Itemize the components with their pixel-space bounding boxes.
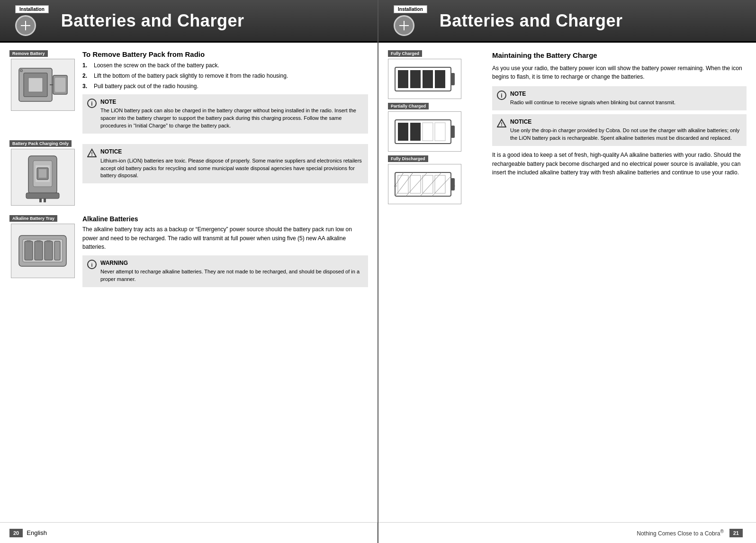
alkaline-body-text: The alkaline battery tray acts as a back… [82, 225, 368, 252]
svg-rect-40 [398, 123, 408, 141]
battery-pack-label: Battery Pack Charging Only [9, 140, 72, 147]
fully-charged-label: Fully Charged [388, 50, 422, 57]
remove-battery-note: i NOTE The LiON battery pack can also be… [82, 94, 368, 134]
note-icon-right: i [497, 90, 506, 101]
svg-rect-26 [54, 241, 60, 260]
page-title-right: Batteries and Charger [440, 11, 623, 31]
svg-text:!: ! [501, 121, 503, 127]
svg-text:–: – [394, 181, 397, 189]
svg-rect-36 [423, 70, 433, 88]
svg-rect-37 [435, 70, 445, 88]
page-number-right: 21 [729, 529, 743, 537]
svg-rect-39 [451, 126, 455, 138]
svg-rect-29 [46, 240, 51, 242]
svg-rect-43 [435, 123, 445, 141]
compass-icon-left [21, 21, 30, 30]
note-title: NOTE [100, 98, 363, 106]
svg-rect-15 [39, 169, 46, 178]
battery-charger-image [11, 149, 75, 206]
warning-box-alkaline: i WARNING Never attempt to recharge alka… [82, 255, 368, 287]
remove-battery-svg [14, 61, 71, 109]
svg-line-52 [420, 172, 441, 196]
note-icon-circle: i [87, 99, 97, 109]
notice-box-lithium: ! NOTICE Lithium-ion (LiON) batteries ar… [82, 144, 368, 183]
svg-rect-42 [423, 123, 433, 141]
note-text: The LiON battery pack can also be charge… [100, 107, 363, 130]
svg-rect-24 [35, 241, 43, 260]
svg-rect-34 [398, 70, 408, 88]
svg-rect-28 [36, 240, 41, 242]
svg-rect-41 [410, 123, 421, 141]
svg-rect-4 [55, 78, 65, 92]
page-number-left: 20 [9, 529, 23, 537]
svg-text:i: i [91, 100, 92, 107]
svg-rect-16 [26, 193, 59, 199]
body2-text: It is a good idea to keep a set of fresh… [492, 151, 747, 177]
compass-icon-right [399, 21, 409, 30]
svg-rect-27 [27, 240, 31, 242]
svg-rect-23 [25, 241, 33, 260]
note-title-right: NOTE [510, 90, 742, 98]
svg-rect-35 [410, 70, 421, 88]
partially-charged-block: Partially Charged [388, 103, 483, 152]
notice-triangle-icon-right: ! [497, 118, 506, 129]
alkaline-tray-label: Alkaline Battery Tray [9, 215, 57, 222]
footer-right-bar: Nothing Comes Close to a Cobra® 21 [378, 522, 756, 543]
note-text-right: Radio will continue to receive signals w… [510, 99, 742, 107]
fully-discharged-block: Fully Discharged [388, 155, 483, 204]
alkaline-tray-svg [14, 226, 71, 276]
warning-triangle-icon: ! [87, 148, 97, 159]
installation-badge-left: Installation [15, 5, 49, 13]
notice-box-right: ! NOTICE Use only the drop-in charger pr… [492, 114, 747, 146]
notice-text-lithium: Lithium-ion (LiON) batteries are toxic. … [100, 157, 363, 180]
partially-charged-image [388, 111, 461, 152]
partially-charged-svg [394, 115, 456, 148]
maintaining-heading: Maintaining the Battery Charge [492, 50, 747, 61]
remove-battery-image [11, 59, 75, 111]
maintaining-note: i NOTE Radio will continue to receive si… [492, 86, 747, 110]
svg-text:!: ! [91, 151, 93, 157]
svg-rect-33 [451, 73, 455, 85]
notice-title-right: NOTICE [510, 118, 742, 126]
notice-text-right: Use only the drop-in charger provided by… [510, 127, 742, 142]
alkaline-tray-image [11, 224, 75, 278]
svg-rect-18 [44, 199, 46, 202]
svg-rect-44 [395, 172, 451, 196]
warning-text: Never attempt to recharge alkaline batte… [100, 268, 363, 283]
footer-brand: Nothing Comes Close to a Cobra® [637, 529, 723, 537]
alkaline-heading: Alkaline Batteries [82, 215, 368, 223]
remove-battery-label: Remove Battery [9, 50, 48, 57]
charger-svg [17, 151, 69, 203]
fully-discharged-image: – – [388, 164, 461, 204]
discharged-svg: – – [394, 168, 456, 201]
fully-charged-svg [394, 63, 456, 96]
footer-left-bar: 20 English [0, 522, 378, 543]
svg-text:i: i [501, 92, 502, 99]
svg-rect-48 [423, 175, 433, 193]
svg-rect-47 [410, 175, 421, 193]
remove-battery-heading: To Remove Battery Pack from Radio [82, 50, 368, 58]
svg-rect-17 [39, 199, 42, 202]
trademark: ® [720, 529, 723, 534]
footer-brand-text: Nothing [637, 530, 656, 537]
svg-text:i: i [91, 262, 92, 268]
installation-badge-right: Installation [394, 5, 427, 13]
svg-rect-25 [45, 241, 53, 260]
svg-line-51 [406, 172, 427, 196]
remove-battery-steps: 1.Loosen the screw on the back of the ba… [82, 61, 368, 90]
svg-rect-2 [28, 78, 43, 92]
fully-charged-block: Fully Charged [388, 50, 483, 99]
fully-charged-image [388, 59, 461, 99]
page-title-left: Batteries and Charger [61, 11, 244, 31]
language-label: English [27, 529, 47, 536]
svg-text:–: – [451, 181, 455, 189]
partially-charged-label: Partially Charged [388, 103, 429, 109]
notice-title-lithium: NOTICE [100, 148, 363, 156]
warning-circle-icon: i [87, 260, 97, 271]
fully-discharged-label: Fully Discharged [388, 155, 428, 162]
warning-title: WARNING [100, 259, 363, 267]
footer-brand-rest: Comes Close to a Cobra [657, 530, 720, 537]
maintaining-body: As you use your radio, the battery power… [492, 64, 747, 81]
